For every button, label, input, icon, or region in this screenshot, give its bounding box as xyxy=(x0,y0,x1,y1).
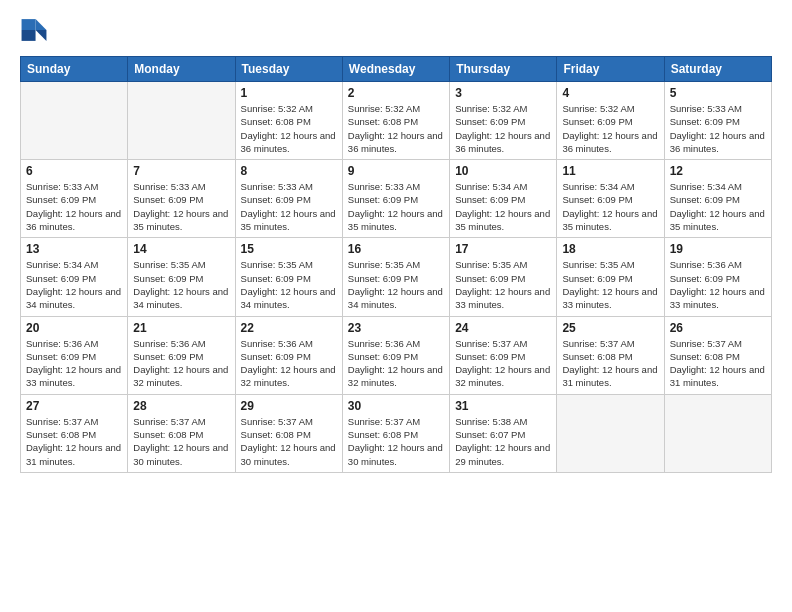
calendar-cell: 30Sunrise: 5:37 AMSunset: 6:08 PMDayligh… xyxy=(342,394,449,472)
calendar-cell xyxy=(557,394,664,472)
calendar-cell: 31Sunrise: 5:38 AMSunset: 6:07 PMDayligh… xyxy=(450,394,557,472)
svg-marker-1 xyxy=(36,30,47,41)
calendar-cell: 8Sunrise: 5:33 AMSunset: 6:09 PMDaylight… xyxy=(235,160,342,238)
day-number: 3 xyxy=(455,86,551,100)
day-number: 1 xyxy=(241,86,337,100)
calendar-cell: 15Sunrise: 5:35 AMSunset: 6:09 PMDayligh… xyxy=(235,238,342,316)
day-number: 26 xyxy=(670,321,766,335)
calendar-cell: 5Sunrise: 5:33 AMSunset: 6:09 PMDaylight… xyxy=(664,82,771,160)
day-info: Sunrise: 5:35 AMSunset: 6:09 PMDaylight:… xyxy=(455,258,551,311)
day-number: 9 xyxy=(348,164,444,178)
day-number: 23 xyxy=(348,321,444,335)
weekday-header-saturday: Saturday xyxy=(664,57,771,82)
day-number: 24 xyxy=(455,321,551,335)
weekday-header-tuesday: Tuesday xyxy=(235,57,342,82)
day-info: Sunrise: 5:33 AMSunset: 6:09 PMDaylight:… xyxy=(241,180,337,233)
calendar-cell: 27Sunrise: 5:37 AMSunset: 6:08 PMDayligh… xyxy=(21,394,128,472)
day-info: Sunrise: 5:37 AMSunset: 6:08 PMDaylight:… xyxy=(562,337,658,390)
day-number: 5 xyxy=(670,86,766,100)
day-number: 20 xyxy=(26,321,122,335)
calendar-cell: 4Sunrise: 5:32 AMSunset: 6:09 PMDaylight… xyxy=(557,82,664,160)
day-info: Sunrise: 5:37 AMSunset: 6:08 PMDaylight:… xyxy=(348,415,444,468)
weekday-header-sunday: Sunday xyxy=(21,57,128,82)
calendar-cell xyxy=(664,394,771,472)
day-number: 29 xyxy=(241,399,337,413)
calendar-cell: 7Sunrise: 5:33 AMSunset: 6:09 PMDaylight… xyxy=(128,160,235,238)
week-row-5: 27Sunrise: 5:37 AMSunset: 6:08 PMDayligh… xyxy=(21,394,772,472)
calendar-cell: 2Sunrise: 5:32 AMSunset: 6:08 PMDaylight… xyxy=(342,82,449,160)
day-number: 6 xyxy=(26,164,122,178)
day-info: Sunrise: 5:33 AMSunset: 6:09 PMDaylight:… xyxy=(133,180,229,233)
weekday-header-row: SundayMondayTuesdayWednesdayThursdayFrid… xyxy=(21,57,772,82)
day-info: Sunrise: 5:35 AMSunset: 6:09 PMDaylight:… xyxy=(241,258,337,311)
day-number: 28 xyxy=(133,399,229,413)
day-number: 31 xyxy=(455,399,551,413)
day-number: 4 xyxy=(562,86,658,100)
calendar-cell: 22Sunrise: 5:36 AMSunset: 6:09 PMDayligh… xyxy=(235,316,342,394)
day-info: Sunrise: 5:32 AMSunset: 6:09 PMDaylight:… xyxy=(562,102,658,155)
calendar-cell: 23Sunrise: 5:36 AMSunset: 6:09 PMDayligh… xyxy=(342,316,449,394)
calendar-cell: 20Sunrise: 5:36 AMSunset: 6:09 PMDayligh… xyxy=(21,316,128,394)
svg-rect-2 xyxy=(22,19,36,30)
page: SundayMondayTuesdayWednesdayThursdayFrid… xyxy=(0,0,792,493)
week-row-3: 13Sunrise: 5:34 AMSunset: 6:09 PMDayligh… xyxy=(21,238,772,316)
calendar-cell: 11Sunrise: 5:34 AMSunset: 6:09 PMDayligh… xyxy=(557,160,664,238)
calendar-cell: 28Sunrise: 5:37 AMSunset: 6:08 PMDayligh… xyxy=(128,394,235,472)
svg-marker-0 xyxy=(36,19,47,30)
calendar: SundayMondayTuesdayWednesdayThursdayFrid… xyxy=(20,56,772,473)
day-info: Sunrise: 5:32 AMSunset: 6:09 PMDaylight:… xyxy=(455,102,551,155)
calendar-cell: 21Sunrise: 5:36 AMSunset: 6:09 PMDayligh… xyxy=(128,316,235,394)
day-info: Sunrise: 5:37 AMSunset: 6:08 PMDaylight:… xyxy=(133,415,229,468)
day-info: Sunrise: 5:36 AMSunset: 6:09 PMDaylight:… xyxy=(670,258,766,311)
day-info: Sunrise: 5:36 AMSunset: 6:09 PMDaylight:… xyxy=(348,337,444,390)
logo-icon xyxy=(20,16,48,44)
calendar-cell: 24Sunrise: 5:37 AMSunset: 6:09 PMDayligh… xyxy=(450,316,557,394)
svg-rect-3 xyxy=(22,30,36,41)
day-number: 17 xyxy=(455,242,551,256)
day-info: Sunrise: 5:37 AMSunset: 6:08 PMDaylight:… xyxy=(670,337,766,390)
day-info: Sunrise: 5:34 AMSunset: 6:09 PMDaylight:… xyxy=(670,180,766,233)
day-info: Sunrise: 5:34 AMSunset: 6:09 PMDaylight:… xyxy=(562,180,658,233)
day-info: Sunrise: 5:35 AMSunset: 6:09 PMDaylight:… xyxy=(348,258,444,311)
day-number: 12 xyxy=(670,164,766,178)
calendar-cell: 14Sunrise: 5:35 AMSunset: 6:09 PMDayligh… xyxy=(128,238,235,316)
calendar-cell: 17Sunrise: 5:35 AMSunset: 6:09 PMDayligh… xyxy=(450,238,557,316)
day-number: 19 xyxy=(670,242,766,256)
calendar-cell: 10Sunrise: 5:34 AMSunset: 6:09 PMDayligh… xyxy=(450,160,557,238)
day-number: 14 xyxy=(133,242,229,256)
calendar-cell: 18Sunrise: 5:35 AMSunset: 6:09 PMDayligh… xyxy=(557,238,664,316)
day-number: 7 xyxy=(133,164,229,178)
day-number: 18 xyxy=(562,242,658,256)
calendar-cell: 13Sunrise: 5:34 AMSunset: 6:09 PMDayligh… xyxy=(21,238,128,316)
day-info: Sunrise: 5:36 AMSunset: 6:09 PMDaylight:… xyxy=(133,337,229,390)
day-number: 11 xyxy=(562,164,658,178)
day-info: Sunrise: 5:36 AMSunset: 6:09 PMDaylight:… xyxy=(26,337,122,390)
weekday-header-thursday: Thursday xyxy=(450,57,557,82)
day-number: 21 xyxy=(133,321,229,335)
day-number: 30 xyxy=(348,399,444,413)
day-info: Sunrise: 5:38 AMSunset: 6:07 PMDaylight:… xyxy=(455,415,551,468)
weekday-header-monday: Monday xyxy=(128,57,235,82)
week-row-1: 1Sunrise: 5:32 AMSunset: 6:08 PMDaylight… xyxy=(21,82,772,160)
day-info: Sunrise: 5:32 AMSunset: 6:08 PMDaylight:… xyxy=(241,102,337,155)
day-number: 8 xyxy=(241,164,337,178)
day-info: Sunrise: 5:36 AMSunset: 6:09 PMDaylight:… xyxy=(241,337,337,390)
calendar-cell: 25Sunrise: 5:37 AMSunset: 6:08 PMDayligh… xyxy=(557,316,664,394)
calendar-cell: 19Sunrise: 5:36 AMSunset: 6:09 PMDayligh… xyxy=(664,238,771,316)
day-number: 25 xyxy=(562,321,658,335)
day-info: Sunrise: 5:37 AMSunset: 6:09 PMDaylight:… xyxy=(455,337,551,390)
day-number: 13 xyxy=(26,242,122,256)
day-info: Sunrise: 5:34 AMSunset: 6:09 PMDaylight:… xyxy=(455,180,551,233)
calendar-cell: 12Sunrise: 5:34 AMSunset: 6:09 PMDayligh… xyxy=(664,160,771,238)
weekday-header-wednesday: Wednesday xyxy=(342,57,449,82)
weekday-header-friday: Friday xyxy=(557,57,664,82)
calendar-cell: 26Sunrise: 5:37 AMSunset: 6:08 PMDayligh… xyxy=(664,316,771,394)
day-number: 16 xyxy=(348,242,444,256)
calendar-cell: 29Sunrise: 5:37 AMSunset: 6:08 PMDayligh… xyxy=(235,394,342,472)
day-info: Sunrise: 5:34 AMSunset: 6:09 PMDaylight:… xyxy=(26,258,122,311)
day-info: Sunrise: 5:37 AMSunset: 6:08 PMDaylight:… xyxy=(26,415,122,468)
day-number: 22 xyxy=(241,321,337,335)
calendar-cell xyxy=(21,82,128,160)
logo xyxy=(20,16,52,44)
calendar-cell: 1Sunrise: 5:32 AMSunset: 6:08 PMDaylight… xyxy=(235,82,342,160)
